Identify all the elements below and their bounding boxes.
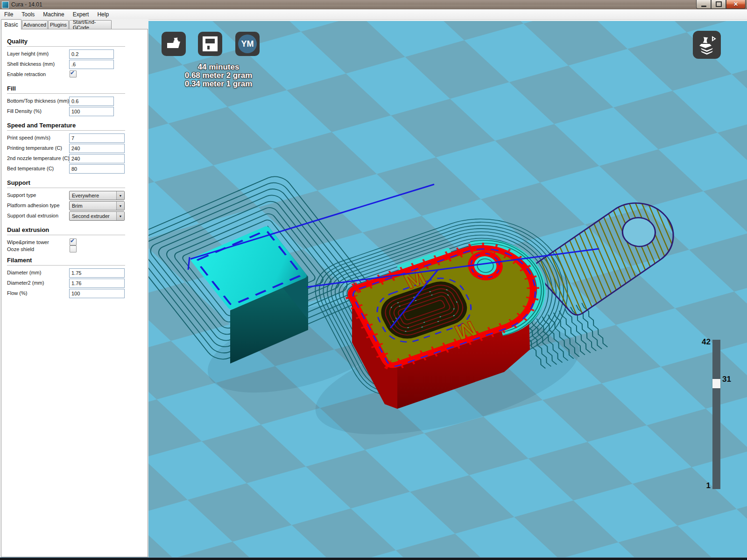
youmagine-logo-icon: YM xyxy=(238,35,257,53)
bottom-top-thickness-input[interactable] xyxy=(69,97,114,106)
tab-plugins[interactable]: Plugins xyxy=(48,20,69,29)
layer-min-label: 1 xyxy=(698,481,711,490)
save-toolpath-button[interactable] xyxy=(198,32,222,56)
menu-help[interactable]: Help xyxy=(93,10,113,19)
menu-bar: File Tools Machine Expert Help xyxy=(0,9,747,20)
minimize-button[interactable] xyxy=(696,0,711,9)
restore-icon xyxy=(716,1,722,7)
layer-slider-handle[interactable] xyxy=(712,379,720,388)
menu-file[interactable]: File xyxy=(0,10,17,19)
settings-tabs: Basic Advanced Plugins Start/End-GCode xyxy=(0,19,148,29)
share-youmagine-button[interactable]: YM xyxy=(235,32,260,56)
3d-viewport[interactable]: M M xyxy=(148,21,747,557)
menu-tools[interactable]: Tools xyxy=(17,10,39,19)
load-model-icon xyxy=(165,35,182,52)
print-time: 44 minutes xyxy=(153,63,284,71)
layer-height-label: Layer height (mm) xyxy=(7,51,49,56)
support-type-label: Support type xyxy=(7,192,36,198)
tab-advanced[interactable]: Advanced xyxy=(22,20,48,29)
shell-thickness-label: Shell thickness (mm) xyxy=(7,61,55,67)
diameter2-label: Diameter2 (mm) xyxy=(7,280,44,286)
fill-density-input[interactable] xyxy=(69,107,114,116)
chevron-down-icon: ▼ xyxy=(116,212,124,220)
layers-view-icon xyxy=(697,35,717,55)
print-speed-input[interactable] xyxy=(69,133,125,143)
view-mode-button[interactable] xyxy=(693,31,721,59)
windows-taskbar-edge[interactable] xyxy=(0,557,747,560)
menu-machine[interactable]: Machine xyxy=(39,10,68,19)
enable-retraction-checkbox[interactable]: ✔ xyxy=(70,70,77,77)
layer-slider-track[interactable] xyxy=(712,340,720,489)
layer-height-input[interactable] xyxy=(69,49,114,59)
section-support: Support xyxy=(7,179,125,188)
enable-retraction-label: Enable retraction xyxy=(7,71,46,77)
close-button[interactable]: ✕ xyxy=(726,0,746,9)
fill-density-label: Fill Density (%) xyxy=(7,108,42,114)
chevron-down-icon: ▼ xyxy=(116,202,124,210)
close-icon: ✕ xyxy=(733,1,738,7)
flow-label: Flow (%) xyxy=(7,290,27,296)
section-speed-temperature: Speed and Temperature xyxy=(7,122,125,131)
tab-start-end-gcode[interactable]: Start/End-GCode xyxy=(69,20,112,29)
settings-panel: Quality Layer height (mm) Shell thicknes… xyxy=(1,29,148,557)
tab-basic[interactable]: Basic xyxy=(1,19,21,29)
restore-button[interactable] xyxy=(711,0,726,9)
section-quality: Quality xyxy=(7,38,125,47)
window-title: Cura - 14.01 xyxy=(11,1,42,8)
support-type-value: Everywhere xyxy=(72,193,99,198)
nozzle2-temperature-label: 2nd nozzle temperature (C) xyxy=(7,155,70,161)
support-dual-extrusion-label: Support dual extrusion xyxy=(7,213,58,218)
layer-max-label: 42 xyxy=(698,337,711,347)
printing-temperature-input[interactable] xyxy=(69,144,125,153)
bed-temperature-input[interactable] xyxy=(69,164,125,174)
save-icon xyxy=(202,36,218,52)
nozzle2-temperature-input[interactable] xyxy=(69,154,125,163)
check-icon: ✔ xyxy=(70,238,75,244)
print-statistics: 44 minutes 0.68 meter 2 gram 0.34 meter … xyxy=(153,63,284,88)
section-filament: Filament xyxy=(7,257,125,266)
flow-input[interactable] xyxy=(69,289,125,298)
shell-thickness-input[interactable] xyxy=(69,60,114,69)
layer-current-label: 31 xyxy=(722,375,731,384)
bed-temperature-label: Bed temperature (C) xyxy=(7,166,54,171)
wipe-prime-tower-label: Wipe&prime tower xyxy=(7,239,49,245)
ooze-shield-checkbox[interactable]: ✔ xyxy=(70,245,77,252)
diameter-input[interactable] xyxy=(69,268,125,278)
support-dual-extrusion-dropdown[interactable]: Second extruder ▼ xyxy=(69,211,125,221)
platform-adhesion-label: Platform adhesion type xyxy=(7,203,60,208)
minimize-icon xyxy=(701,6,706,7)
3d-viewport-scene[interactable]: M M xyxy=(148,21,747,557)
diameter2-input[interactable] xyxy=(69,279,125,288)
menu-expert[interactable]: Expert xyxy=(69,10,93,19)
chevron-down-icon: ▼ xyxy=(116,191,124,200)
section-fill: Fill xyxy=(7,85,125,94)
section-dual-extrusion: Dual extrusion xyxy=(7,226,125,235)
material-extruder1: 0.68 meter 2 gram xyxy=(153,71,284,80)
wipe-prime-tower-checkbox[interactable]: ✔ xyxy=(70,238,77,245)
support-type-dropdown[interactable]: Everywhere ▼ xyxy=(69,191,125,200)
material-extruder2: 0.34 meter 1 gram xyxy=(153,80,284,88)
platform-adhesion-dropdown[interactable]: Brim ▼ xyxy=(69,201,125,210)
ooze-shield-label: Ooze shield xyxy=(7,246,34,252)
printing-temperature-label: Printing temperature (C) xyxy=(7,145,62,151)
check-icon: ✔ xyxy=(70,70,75,76)
support-dual-extrusion-value: Second extruder xyxy=(72,213,110,219)
cura-window: Cura - 14.01 ✕ File Tools Machine Expert… xyxy=(0,0,747,560)
print-speed-label: Print speed (mm/s) xyxy=(7,135,50,140)
bottom-top-thickness-label: Bottom/Top thickness (mm) xyxy=(7,98,69,104)
title-bar[interactable]: Cura - 14.01 ✕ xyxy=(0,0,747,10)
load-model-button[interactable] xyxy=(162,32,186,56)
app-icon xyxy=(2,1,9,8)
platform-adhesion-value: Brim xyxy=(72,203,83,209)
diameter-label: Diameter (mm) xyxy=(7,270,41,275)
